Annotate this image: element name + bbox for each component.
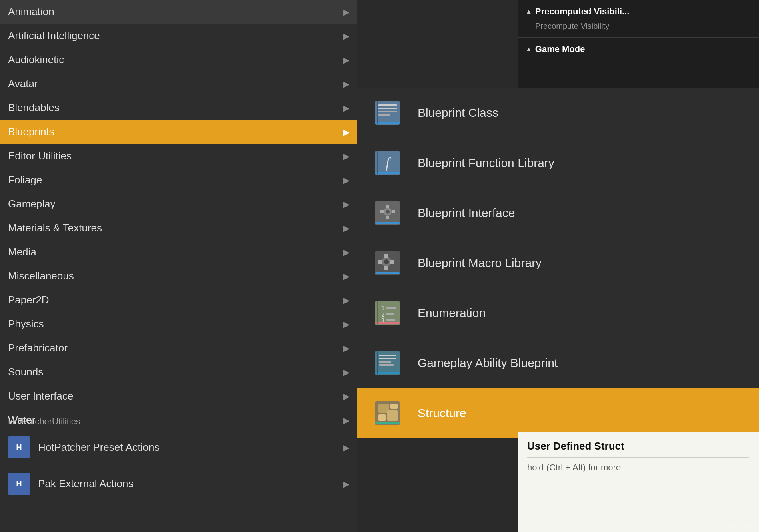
menu-item-label: Artificial Intelligence <box>8 30 100 42</box>
submenu-item-structure[interactable]: Structure <box>357 388 759 438</box>
arrow-icon: ▶ <box>343 31 349 41</box>
svg-rect-9 <box>377 151 378 174</box>
arrow-icon: ▶ <box>343 343 349 353</box>
svg-rect-33 <box>386 307 396 309</box>
bottom-item-pak-external-actions[interactable]: H Pak External Actions ▶ <box>0 466 357 502</box>
menu-item-audiokinetic[interactable]: Audiokinetic▶ <box>0 48 357 72</box>
svg-rect-24 <box>384 266 388 270</box>
svg-rect-34 <box>386 313 394 315</box>
arrow-icon: ▶ <box>343 391 349 401</box>
submenu-item-label: Gameplay Ability Blueprint <box>418 356 558 370</box>
arrow-icon: ▶ <box>343 479 349 489</box>
menu-item-blendables[interactable]: Blendables▶ <box>0 96 357 120</box>
menu-item-foliage[interactable]: Foliage▶ <box>0 168 357 192</box>
menu-item-user-interface[interactable]: User Interface▶ <box>0 384 357 408</box>
submenu-item-blueprint-macro-library[interactable]: Blueprint Macro Library <box>357 238 759 288</box>
svg-rect-35 <box>386 319 395 321</box>
game-mode-section: ▲ Game Mode <box>518 38 759 61</box>
menu-item-materials---textures[interactable]: Materials & Textures▶ <box>0 216 357 240</box>
hotpatcher-icon: H <box>8 436 30 458</box>
svg-text:1: 1 <box>381 305 384 311</box>
precomputed-visibility-section: ▲ Precomputed Visibili... Precompute Vis… <box>518 0 759 38</box>
menu-item-label: Miscellaneous <box>8 270 74 282</box>
submenu-item-icon: f <box>365 141 410 185</box>
menu-item-label: Editor Utilities <box>8 150 72 162</box>
submenu-item-gameplay-ability-blueprint[interactable]: Gameplay Ability Blueprint <box>357 338 759 388</box>
menu-item-gameplay[interactable]: Gameplay▶ <box>0 192 357 216</box>
svg-rect-46 <box>390 404 398 409</box>
menu-item-paper2d[interactable]: Paper2D▶ <box>0 288 357 312</box>
arrow-icon: ▶ <box>343 443 349 452</box>
arrow-icon: ▶ <box>343 319 349 329</box>
svg-rect-1 <box>375 122 400 124</box>
menu-item-water[interactable]: Water▶ <box>0 408 357 432</box>
svg-rect-18 <box>392 210 395 213</box>
menu-item-physics[interactable]: Physics▶ <box>0 312 357 336</box>
svg-rect-37 <box>375 372 400 374</box>
menu-item-label: Water <box>8 414 35 426</box>
submenu-item-icon <box>365 191 410 235</box>
svg-point-22 <box>384 259 389 264</box>
arrow-icon: ▶ <box>343 55 349 65</box>
menu-item-blueprints[interactable]: Blueprints▶ <box>0 120 357 144</box>
menu-item-label: Media <box>8 246 36 258</box>
svg-rect-2 <box>378 104 397 106</box>
arrow-icon: ▶ <box>343 295 349 305</box>
arrow-icon: ▶ <box>343 103 349 113</box>
svg-rect-17 <box>380 210 384 213</box>
menu-item-avatar[interactable]: Avatar▶ <box>0 72 357 96</box>
svg-rect-23 <box>384 254 388 258</box>
arrow-icon: ▶ <box>343 247 349 257</box>
precompute-visibility-value: Precompute Visibility <box>526 17 751 31</box>
triangle-icon: ▲ <box>526 8 532 15</box>
bottom-item-label: HotPatcher Preset Actions <box>38 441 159 454</box>
svg-rect-47 <box>378 414 386 421</box>
submenu-item-blueprint-function-library[interactable]: f Blueprint Function Library <box>357 138 759 188</box>
arrow-icon: ▶ <box>343 223 349 233</box>
triangle-icon-2: ▲ <box>526 46 532 53</box>
svg-rect-40 <box>379 358 396 359</box>
submenu-item-blueprint-class[interactable]: Blueprint Class <box>357 88 759 138</box>
menu-item-label: Avatar <box>8 78 38 90</box>
tooltip-hint: hold (Ctrl + Alt) for more <box>527 462 749 473</box>
arrow-icon: ▶ <box>343 7 349 17</box>
arrow-icon: ▶ <box>343 127 349 137</box>
svg-rect-8 <box>375 172 400 174</box>
arrow-icon: ▶ <box>343 175 349 185</box>
svg-rect-5 <box>378 114 390 116</box>
hotpatcher-icon: H <box>8 473 30 495</box>
submenu-item-label: Structure <box>418 406 466 420</box>
submenu-item-enumeration[interactable]: 123 Enumeration <box>357 288 759 338</box>
menu-item-animation[interactable]: Animation▶ <box>0 0 357 24</box>
menu-item-editor-utilities[interactable]: Editor Utilities▶ <box>0 144 357 168</box>
svg-rect-25 <box>378 260 382 264</box>
bottom-item-left: H HotPatcher Preset Actions <box>8 436 159 458</box>
menu-item-label: Foliage <box>8 174 42 186</box>
svg-rect-38 <box>377 351 378 374</box>
bottom-item-hotpatcher-preset-actions[interactable]: H HotPatcher Preset Actions ▶ <box>0 429 357 466</box>
svg-rect-4 <box>378 111 397 112</box>
submenu-item-blueprint-interface[interactable]: Blueprint Interface <box>357 188 759 238</box>
menu-item-label: Prefabricator <box>8 342 68 354</box>
menu-item-media[interactable]: Media▶ <box>0 240 357 264</box>
svg-rect-28 <box>375 322 400 324</box>
svg-point-14 <box>386 210 390 214</box>
arrow-icon: ▶ <box>343 199 349 209</box>
menu-item-sounds[interactable]: Sounds▶ <box>0 360 357 384</box>
menu-item-miscellaneous[interactable]: Miscellaneous▶ <box>0 264 357 288</box>
menu-item-artificial-intelligence[interactable]: Artificial Intelligence▶ <box>0 24 357 48</box>
precomputed-visibility-header: ▲ Precomputed Visibili... <box>526 6 751 17</box>
submenu-item-label: Blueprint Function Library <box>418 156 554 170</box>
menu-item-prefabricator[interactable]: Prefabricator▶ <box>0 336 357 360</box>
submenu-item-label: Blueprint Class <box>418 106 498 120</box>
tooltip-panel: User Defined Struct hold (Ctrl + Alt) fo… <box>518 432 759 532</box>
arrow-icon: ▶ <box>343 151 349 161</box>
tooltip-divider <box>527 457 749 458</box>
svg-rect-20 <box>375 272 400 274</box>
game-mode-header: ▲ Game Mode <box>526 44 751 54</box>
game-mode-title: Game Mode <box>535 44 585 54</box>
arrow-icon: ▶ <box>343 416 349 425</box>
submenu-item-icon <box>365 341 410 385</box>
menu-item-label: Sounds <box>8 366 43 378</box>
svg-rect-6 <box>377 101 378 124</box>
